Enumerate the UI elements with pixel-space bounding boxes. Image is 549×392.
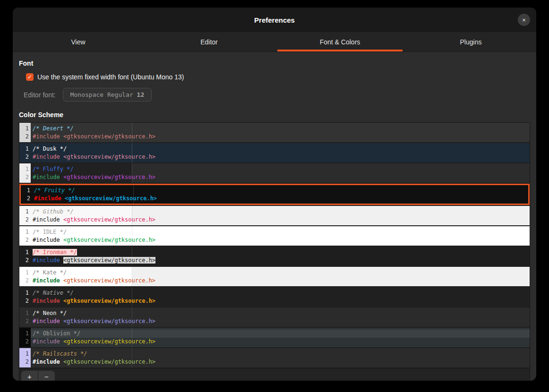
scheme-include-line: #include <gtksourceview/gtksource.h>: [31, 297, 530, 305]
scheme-row-native[interactable]: 1 2 /* Native */ #include <gtksourceview…: [19, 287, 530, 307]
line-number-gutter: 1 2: [19, 226, 31, 246]
scheme-row-ironman[interactable]: 1 2 /* Ironman */ #include <gtksourcevie…: [19, 247, 530, 266]
scheme-comment-line: /* Desert */: [31, 125, 530, 133]
titlebar: Preferences ×: [13, 8, 536, 32]
scheme-comment-line: /* Native */: [31, 289, 530, 297]
editor-font-row: Editor font: Monospace Regular 12: [24, 88, 530, 102]
line-number-gutter: 1 2: [19, 143, 31, 162]
line-number-gutter: 1 2: [19, 206, 31, 225]
scheme-comment-line: /* Oblivion */: [31, 330, 530, 338]
font-section-heading: Font: [19, 60, 530, 67]
scheme-rows-container: 1 2 /* Desert */ #include <gtksourceview…: [19, 123, 530, 367]
scheme-preview: /* Kate */ #include <gtksourceview/gtkso…: [31, 267, 530, 286]
scheme-include-line: #include <gtksourceview/gtksource.h>: [31, 236, 530, 244]
line-number-gutter: 1 2: [19, 267, 31, 286]
scheme-toolbar-button-group: + −: [21, 371, 55, 381]
scheme-preview: /* Oblivion */ #include <gtksourceview/g…: [31, 328, 530, 347]
scheme-comment-line: /* Kate */: [31, 269, 530, 277]
scheme-row-fruity[interactable]: 1 2 /* Fruity */ #include <gtksourceview…: [19, 184, 530, 205]
line-number-gutter: 1 2: [21, 185, 32, 204]
scheme-row-desert[interactable]: 1 2 /* Desert */ #include <gtksourceview…: [19, 123, 530, 142]
scheme-preview: /* IDLE */ #include <gtksourceview/gtkso…: [31, 226, 530, 246]
dialog-title: Preferences: [254, 16, 295, 24]
scheme-preview: /* Desert */ #include <gtksourceview/gtk…: [31, 123, 530, 142]
scheme-preview: /* Dusk */ #include <gtksourceview/gtkso…: [31, 143, 530, 162]
system-font-checkbox[interactable]: ✓: [26, 73, 34, 81]
scheme-include-line: #include <gtksourceview/gtksource.h>: [31, 358, 530, 366]
scheme-preview: /* Fluffy */ #include <gtksourceview/gtk…: [31, 163, 530, 183]
scheme-include-line: #include <gtksourceview/gtksource.h>: [31, 256, 530, 264]
scheme-preview: /* Native */ #include <gtksourceview/gtk…: [31, 287, 530, 307]
scheme-preview: /* Ironman */ #include <gtksourceview/gt…: [31, 247, 530, 266]
scheme-row-kate[interactable]: 1 2 /* Kate */ #include <gtksourceview/g…: [19, 267, 530, 286]
line-number-gutter: 1 2: [19, 348, 31, 367]
tab-font-colors[interactable]: Font & Colors: [274, 32, 405, 51]
scheme-comment-line: /* Fruity */: [32, 187, 528, 195]
scheme-preview: /* Github */ #include <gtksourceview/gtk…: [31, 206, 530, 225]
line-number-gutter: 1 2: [19, 163, 31, 183]
scheme-include-line: #include <gtksourceview/gtksource.h>: [31, 173, 530, 181]
scheme-include-line: #include <gtksourceview/gtksource.h>: [32, 195, 528, 203]
scheme-comment-line: /* IDLE */: [31, 228, 530, 236]
scheme-include-line: #include <gtksourceview/gtksource.h>: [31, 277, 530, 285]
scheme-preview: /* Neon */ #include <gtksourceview/gtkso…: [31, 307, 530, 327]
scheme-include-line: #include <gtksourceview/gtksource.h>: [31, 317, 530, 325]
line-number-gutter: 1 2: [19, 123, 31, 142]
scheme-row-railscasts[interactable]: 1 2 /* Railscasts */ #include <gtksource…: [19, 348, 530, 367]
color-scheme-heading: Color Scheme: [19, 111, 530, 119]
scheme-comment-line: /* Fluffy */: [31, 165, 530, 173]
scheme-row-neon[interactable]: 1 2 /* Neon */ #include <gtksourceview/g…: [19, 307, 530, 327]
line-number-gutter: 1 2: [19, 328, 31, 347]
scheme-comment-line: /* Neon */: [31, 309, 530, 317]
line-number-gutter: 1 2: [19, 307, 31, 327]
scheme-row-fluffy[interactable]: 1 2 /* Fluffy */ #include <gtksourceview…: [19, 163, 530, 183]
remove-scheme-button[interactable]: −: [38, 371, 55, 381]
preferences-dialog: Preferences × View Editor Font & Colors …: [13, 8, 536, 381]
color-scheme-list: 1 2 /* Desert */ #include <gtksourceview…: [19, 122, 530, 381]
scheme-row-oblivion[interactable]: 1 2 /* Oblivion */ #include <gtksourcevi…: [19, 328, 530, 347]
tab-view[interactable]: View: [13, 32, 144, 51]
tab-bar: View Editor Font & Colors Plugins: [13, 32, 536, 52]
scheme-include-line: #include <gtksourceview/gtksource.h>: [31, 133, 530, 141]
close-icon[interactable]: ×: [518, 14, 530, 26]
editor-font-name: Monospace Regular: [70, 91, 133, 98]
scheme-comment-line: /* Dusk */: [31, 145, 530, 153]
scheme-row-github[interactable]: 1 2 /* Github */ #include <gtksourceview…: [19, 206, 530, 225]
scheme-list-toolbar: + −: [19, 368, 530, 381]
editor-font-size: 12: [137, 91, 145, 98]
tab-plugins[interactable]: Plugins: [405, 32, 536, 51]
scheme-include-line: #include <gtksourceview/gtksource.h>: [31, 338, 530, 346]
editor-font-label: Editor font:: [24, 91, 56, 99]
system-font-check-row[interactable]: ✓ Use the system fixed width font (Ubunt…: [26, 73, 530, 81]
scheme-comment-line: /* Github */: [31, 208, 530, 216]
font-colors-page: Font ✓ Use the system fixed width font (…: [13, 52, 536, 381]
line-number-gutter: 1 2: [19, 247, 31, 266]
scheme-include-line: #include <gtksourceview/gtksource.h>: [31, 153, 530, 161]
add-scheme-button[interactable]: +: [21, 371, 38, 381]
scheme-comment-line: /* Railscasts */: [31, 350, 530, 358]
scheme-row-idle[interactable]: 1 2 /* IDLE */ #include <gtksourceview/g…: [19, 226, 530, 246]
scheme-include-line: #include <gtksourceview/gtksource.h>: [31, 216, 530, 224]
system-font-checkbox-label: Use the system fixed width font (Ubuntu …: [37, 73, 184, 81]
scheme-comment-line: /* Ironman */: [31, 248, 530, 256]
tab-editor[interactable]: Editor: [144, 32, 274, 51]
line-number-gutter: 1 2: [19, 287, 31, 307]
scheme-row-dusk[interactable]: 1 2 /* Dusk */ #include <gtksourceview/g…: [19, 143, 530, 162]
scheme-preview: /* Railscasts */ #include <gtksourceview…: [31, 348, 530, 367]
scheme-preview: /* Fruity */ #include <gtksourceview/gtk…: [32, 185, 528, 204]
editor-font-button[interactable]: Monospace Regular 12: [63, 88, 152, 102]
